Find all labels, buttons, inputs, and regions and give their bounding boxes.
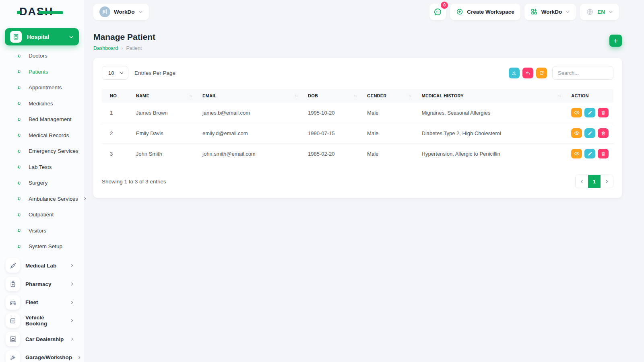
column-header-email[interactable]: EMAIL↑↓ bbox=[198, 89, 304, 103]
column-header-action: ACTION bbox=[567, 89, 613, 103]
view-button[interactable] bbox=[571, 128, 582, 138]
chevron-down-icon bbox=[566, 10, 570, 14]
chevron-right-icon bbox=[70, 337, 74, 341]
column-header-no: NO bbox=[102, 89, 132, 103]
cell-history: Migraines, Seasonal Allergies bbox=[418, 103, 568, 123]
sidebar-item-label: Surgery bbox=[29, 180, 47, 186]
edit-button[interactable] bbox=[584, 108, 595, 117]
search-input[interactable] bbox=[552, 66, 613, 80]
messages-button[interactable]: 0 bbox=[429, 4, 446, 20]
bullet-icon bbox=[17, 245, 21, 249]
language-selector[interactable]: EN bbox=[580, 4, 619, 20]
grid-plus-icon bbox=[530, 8, 538, 15]
download-icon bbox=[512, 70, 517, 76]
patients-card: 10 Entries Per Page NONAME↑↓EMAIL↑↓DOB↑↓… bbox=[93, 58, 622, 198]
add-patient-button[interactable]: + bbox=[609, 35, 622, 47]
sidebar-item-label: Medicines bbox=[29, 101, 53, 107]
sidebar-group-hospital[interactable]: Hospital bbox=[5, 28, 79, 45]
edit-button[interactable] bbox=[584, 149, 595, 158]
sidebar-item-lab-tests[interactable]: Lab Tests bbox=[0, 159, 84, 175]
cell-email: john.smith@email.com bbox=[198, 144, 304, 164]
cell-actions bbox=[567, 144, 613, 164]
sort-icon[interactable]: ↑↓ bbox=[189, 94, 194, 98]
showing-entries-text: Showing 1 to 3 of 3 entries bbox=[102, 179, 166, 185]
sidebar-item-label: Outpatient bbox=[29, 212, 54, 218]
pagination-next-button[interactable] bbox=[601, 175, 613, 188]
pagination-prev-button[interactable] bbox=[576, 175, 588, 188]
cell-name: Emily Davis bbox=[132, 123, 198, 144]
sidebar-item-vehicle-booking[interactable]: Vehicle Booking bbox=[0, 312, 84, 330]
sidebar-item-emergency-services[interactable]: Emergency Services bbox=[0, 143, 84, 159]
wrench-icon bbox=[6, 350, 20, 362]
column-header-name[interactable]: NAME↑↓ bbox=[132, 89, 198, 103]
pagination: 1 bbox=[575, 175, 613, 188]
delete-button[interactable] bbox=[598, 128, 609, 138]
workspace-selector[interactable]: WorkDo bbox=[93, 4, 149, 20]
sort-icon[interactable]: ↑↓ bbox=[295, 94, 300, 98]
column-header-medical-history[interactable]: MEDICAL HISTORY↑↓ bbox=[418, 89, 568, 103]
entries-per-page-select[interactable]: 10 bbox=[102, 66, 128, 80]
cell-name: John Smith bbox=[132, 144, 198, 164]
sidebar-item-surgery[interactable]: Surgery bbox=[0, 175, 84, 191]
cell-dob: 1990-07-15 bbox=[304, 123, 363, 144]
sidebar-item-medicines[interactable]: Medicines bbox=[0, 96, 84, 112]
breadcrumb: Dashboard › Patient bbox=[93, 45, 155, 51]
sidebar-item-patients[interactable]: Patients bbox=[0, 64, 84, 80]
page-title: Manage Patient bbox=[93, 32, 155, 42]
pencil-icon bbox=[588, 131, 592, 136]
workspace-label: WorkDo bbox=[114, 9, 135, 15]
refresh-button[interactable] bbox=[536, 68, 547, 78]
sidebar-item-label: Patients bbox=[29, 69, 48, 75]
pencil-icon bbox=[588, 151, 592, 156]
sidebar-item-ambulance-services[interactable]: Ambulance Services bbox=[0, 191, 84, 207]
bullet-icon bbox=[17, 54, 21, 58]
create-workspace-label: Create Workspace bbox=[467, 9, 514, 15]
delete-button[interactable] bbox=[598, 108, 609, 117]
calendar-icon bbox=[6, 313, 20, 328]
app-logo[interactable]: DASH bbox=[0, 0, 84, 23]
reset-button[interactable] bbox=[522, 68, 533, 78]
sidebar-item-pharmacy[interactable]: Pharmacy bbox=[0, 275, 84, 293]
create-workspace-button[interactable]: Create Workspace bbox=[450, 4, 520, 20]
sidebar-item-medical-records[interactable]: Medical Records bbox=[0, 128, 84, 144]
sidebar-item-system-setup[interactable]: System Setup bbox=[0, 239, 84, 255]
sidebar-item-visitors[interactable]: Visitors bbox=[0, 223, 84, 239]
sidebar-item-appointments[interactable]: Appointments bbox=[0, 80, 84, 96]
trash-icon bbox=[601, 110, 606, 115]
car-icon bbox=[6, 295, 20, 310]
bullet-icon bbox=[17, 181, 21, 185]
eye-icon bbox=[574, 110, 580, 115]
edit-button[interactable] bbox=[584, 128, 595, 138]
delete-button[interactable] bbox=[598, 149, 609, 158]
breadcrumb-dashboard-link[interactable]: Dashboard bbox=[93, 45, 118, 51]
workdo-menu-label: WorkDo bbox=[541, 9, 562, 15]
sidebar-item-car-dealership[interactable]: Car Dealership bbox=[0, 330, 84, 348]
sort-icon[interactable]: ↑↓ bbox=[354, 94, 359, 98]
column-label: ACTION bbox=[571, 93, 588, 98]
globe-icon bbox=[586, 8, 594, 16]
chevron-right-icon: › bbox=[121, 45, 123, 51]
sidebar-item-bed-management[interactable]: Bed Management bbox=[0, 111, 84, 128]
sidebar-item-fleet[interactable]: Fleet bbox=[0, 293, 84, 312]
column-header-dob[interactable]: DOB↑↓ bbox=[304, 89, 363, 103]
toolbar-buttons bbox=[509, 68, 547, 78]
sort-icon[interactable]: ↑↓ bbox=[558, 94, 563, 98]
bullet-icon bbox=[17, 101, 21, 105]
sidebar-item-doctors[interactable]: Doctors bbox=[0, 48, 84, 64]
sort-icon[interactable]: ↑↓ bbox=[409, 94, 414, 98]
sidebar-item-garage-workshop[interactable]: Garage/Workshop bbox=[0, 348, 84, 362]
chevron-down-icon bbox=[609, 10, 613, 14]
sidebar-item-outpatient[interactable]: Outpatient bbox=[0, 207, 84, 223]
export-button[interactable] bbox=[509, 68, 520, 78]
cell-email: emily.d@email.com bbox=[198, 123, 304, 144]
pagination-current-page[interactable]: 1 bbox=[588, 175, 601, 188]
sidebar-item-medical-lab[interactable]: Medical Lab bbox=[0, 257, 84, 275]
sidebar-item-label: Pharmacy bbox=[25, 281, 52, 287]
view-button[interactable] bbox=[571, 149, 582, 158]
workdo-menu-button[interactable]: WorkDo bbox=[524, 4, 576, 20]
column-label: NO bbox=[110, 93, 117, 98]
clipboard-plus-icon bbox=[6, 277, 20, 291]
sidebar-item-label: Emergency Services bbox=[29, 148, 78, 154]
column-header-gender[interactable]: GENDER↑↓ bbox=[363, 89, 418, 103]
view-button[interactable] bbox=[571, 108, 582, 117]
